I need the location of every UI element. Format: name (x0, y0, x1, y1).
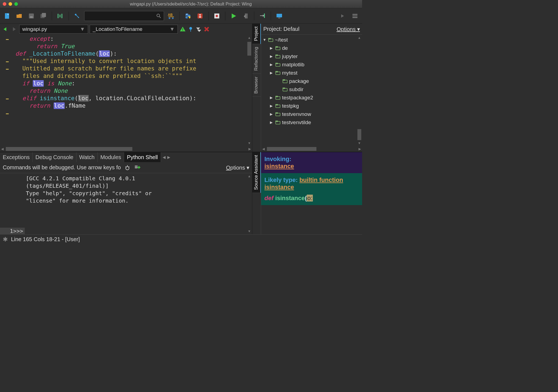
minimize-window-button[interactable] (9, 2, 12, 6)
svg-point-17 (187, 14, 187, 15)
bottom-tab-debug-console[interactable]: Debug Console (33, 152, 76, 162)
vertical-scrollbar[interactable]: ▲ ▼ (247, 35, 252, 146)
monitor-button[interactable] (274, 11, 284, 21)
vertical-scrollbar[interactable]: ▲▼ (247, 173, 252, 234)
tree-item-label: jupyter (282, 52, 298, 61)
close-window-button[interactable] (3, 2, 6, 6)
new-file-button[interactable] (2, 11, 12, 21)
diff-button[interactable]: AB (166, 11, 176, 21)
symbol-selector[interactable]: _LocationToFilename ▼ (90, 25, 178, 34)
svg-point-37 (189, 27, 192, 30)
scrollbar-thumb[interactable] (357, 129, 361, 140)
close-icon[interactable] (204, 26, 210, 32)
save-all-button[interactable] (39, 11, 48, 21)
scroll-up-icon[interactable]: ▲ (358, 35, 361, 41)
collapse-icon[interactable] (195, 26, 202, 32)
shell-options-button[interactable]: Options ▾ (226, 164, 250, 171)
tree-item[interactable]: ▶testvenvtilde (261, 118, 357, 127)
tree-item-label: testvenvnow (282, 110, 311, 118)
indent-button[interactable] (55, 11, 65, 21)
side-tab-browser[interactable]: Browser (252, 74, 261, 97)
svg-point-11 (157, 14, 160, 17)
debug-icon[interactable] (124, 164, 131, 171)
folder-icon (275, 112, 280, 116)
bottom-tab-modules[interactable]: Modules (98, 152, 124, 162)
project-tree[interactable]: ▼~/test▶de▶jupyter▶matplotlib▶mytestpack… (261, 35, 357, 146)
side-tab-refactoring[interactable]: Refactoring (252, 44, 261, 74)
folder-icon (275, 63, 280, 67)
tree-item[interactable]: ▼~/test (261, 36, 357, 44)
shell-output[interactable]: [GCC 4.2.1 Compatible Clang 4.0.1 (tags/… (25, 173, 247, 228)
scroll-up-icon[interactable]: ▲ (248, 35, 251, 41)
folder-icon (283, 88, 288, 91)
scroll-down-icon[interactable]: ▼ (358, 140, 361, 146)
invoking-link[interactable]: isinstance (264, 163, 294, 170)
tree-item[interactable]: ▶mytest (261, 69, 357, 77)
tree-item[interactable]: ▶testpackage2 (261, 94, 357, 102)
tree-item[interactable]: ▶testpkg (261, 102, 357, 110)
tree-item-label: de (282, 44, 288, 52)
tree-item[interactable]: ▶testvenvnow (261, 110, 357, 118)
save-button[interactable] (26, 11, 36, 21)
nav-back-button[interactable] (2, 26, 9, 33)
goto-button[interactable] (72, 11, 82, 21)
breakpoint-button[interactable] (212, 11, 222, 21)
project-options-button[interactable]: Options ▾ (337, 26, 360, 32)
editor-gutter[interactable]: ▬▬▬▬▬ (0, 35, 15, 146)
folder-icon (275, 121, 280, 124)
more-button[interactable] (338, 11, 348, 21)
menu-button[interactable] (350, 11, 360, 21)
file-selector[interactable]: wingapi.py ▼ (19, 25, 88, 34)
tree-item-label: testvenvtilde (282, 118, 311, 127)
tree-item[interactable]: ▶jupyter (261, 52, 357, 61)
symbol-selector-label: _LocationToFilename (93, 26, 143, 32)
bottom-tab-exceptions[interactable]: Exceptions (0, 152, 33, 162)
side-tab-project[interactable]: Project (252, 24, 261, 44)
editor-tab-bar: wingapi.py ▼ _LocationToFilename ▼ ! (0, 24, 252, 35)
scroll-left-icon[interactable]: ◀ (0, 147, 5, 151)
add-icon[interactable] (134, 164, 141, 171)
warning-icon[interactable]: ! (179, 26, 186, 32)
tree-item[interactable]: package (261, 77, 357, 85)
svg-rect-28 (278, 18, 280, 18)
scroll-down-icon[interactable]: ▼ (248, 140, 251, 146)
step-over-button[interactable] (241, 11, 251, 21)
bottom-panel: ExceptionsDebug ConsoleWatchModulesPytho… (0, 152, 252, 234)
folder-icon (283, 79, 288, 83)
run-button[interactable] (229, 11, 239, 21)
nav-forward-button[interactable] (10, 26, 18, 33)
open-file-button[interactable] (14, 11, 24, 21)
tree-item[interactable]: subdir (261, 85, 357, 94)
tree-item-label: mytest (282, 69, 297, 77)
bottom-tab-python-shell[interactable]: Python Shell (124, 152, 161, 162)
code-editor[interactable]: except: return Truedef _LocationToFilena… (15, 35, 247, 146)
python-button[interactable] (183, 11, 193, 21)
scrollbar-thumb[interactable] (247, 42, 251, 56)
tools-button[interactable] (195, 11, 205, 21)
search-input[interactable] (84, 11, 164, 21)
svg-rect-3 (30, 16, 33, 18)
step-into-button[interactable] (258, 11, 267, 21)
tree-item[interactable]: ▶matplotlib (261, 61, 357, 69)
svg-point-15 (169, 17, 170, 19)
folder-icon (275, 71, 280, 75)
horizontal-scrollbar[interactable]: ◀ ▶ (0, 146, 252, 152)
bug-icon[interactable]: ✱ (3, 236, 8, 243)
window-controls (3, 2, 18, 6)
folder-icon (268, 38, 273, 42)
scroll-right-icon[interactable]: ▶ (247, 147, 252, 151)
tab-scroll-right[interactable]: ▶ (167, 155, 170, 159)
bottom-right-side-tabs: Source Assistant (252, 152, 261, 234)
scrollbar-thumb[interactable] (6, 147, 132, 151)
pin-icon[interactable] (188, 26, 194, 32)
maximize-window-button[interactable] (14, 2, 18, 6)
shell-input[interactable] (25, 228, 247, 234)
horizontal-scrollbar[interactable]: ◀▶ (261, 146, 362, 152)
tree-item[interactable]: ▶de (261, 44, 357, 52)
svg-rect-27 (277, 14, 282, 17)
source-assistant-tab[interactable]: Source Assistant (252, 152, 261, 193)
vertical-scrollbar[interactable]: ▲ ▼ (357, 35, 362, 146)
bottom-tab-watch[interactable]: Watch (76, 152, 98, 162)
tab-scroll-left[interactable]: ◀ (163, 155, 166, 159)
svg-line-67 (125, 167, 126, 167)
